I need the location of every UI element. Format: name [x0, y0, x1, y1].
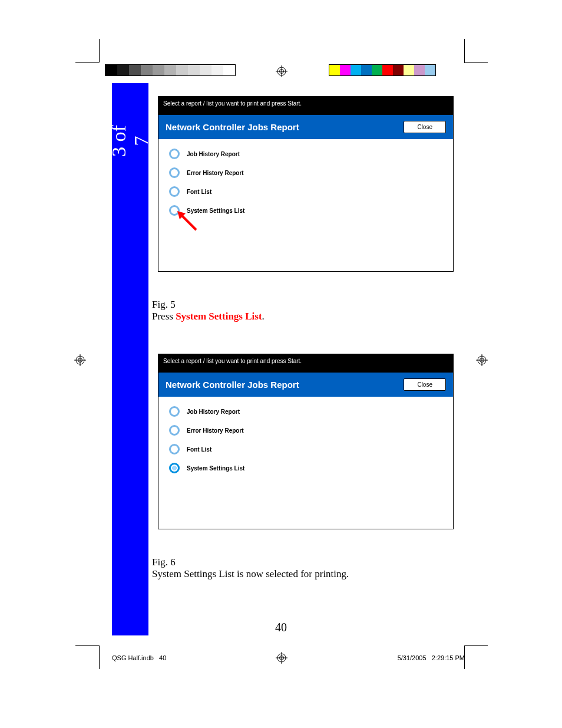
registration-mark-icon	[476, 354, 488, 366]
radio-icon	[169, 167, 180, 178]
callout-arrow-icon	[176, 210, 196, 230]
crop-mark	[464, 39, 465, 62]
color-calibration-strip	[329, 64, 436, 76]
option-label: Error History Report	[187, 170, 244, 176]
grayscale-calibration-strip	[105, 64, 236, 76]
screenshot-instruction: Select a report / list you want to print…	[158, 354, 453, 373]
option-error-history[interactable]: Error History Report	[169, 425, 447, 436]
option-label: Font List	[187, 189, 211, 195]
option-label: Job History Report	[187, 151, 240, 157]
screenshot-header: Network Controller Jobs Report Close	[158, 115, 453, 139]
registration-mark-icon	[74, 354, 86, 366]
option-font-list[interactable]: Font List	[169, 444, 447, 454]
screenshot-body: Job History Report Error History Report …	[158, 139, 453, 271]
footer-right: 5/31/2005 2:29:15 PM	[398, 654, 465, 661]
crop-mark	[99, 39, 100, 62]
screenshot-body: Job History Report Error History Report …	[158, 397, 453, 529]
figure-5-caption: Fig. 5 Press System Settings List.	[152, 299, 458, 322]
crop-mark	[75, 62, 99, 63]
screenshot-header: Network Controller Jobs Report Close	[158, 373, 453, 397]
option-label: System Settings List	[187, 465, 244, 472]
crop-mark	[99, 645, 100, 669]
caption-text: Press System Settings List.	[152, 311, 265, 322]
screenshot-instruction: Select a report / list you want to print…	[158, 97, 453, 115]
screenshot-title: Network Controller Jobs Report	[166, 380, 299, 390]
figure-5-screenshot: Select a report / list you want to print…	[158, 96, 454, 272]
highlight-text: System Settings List	[176, 311, 262, 322]
option-job-history[interactable]: Job History Report	[169, 406, 447, 417]
option-label: Job History Report	[187, 409, 240, 415]
radio-icon	[169, 425, 180, 436]
option-error-history[interactable]: Error History Report	[169, 167, 447, 178]
footer-left: QSG Half.indb 40	[112, 654, 166, 661]
page-number: 40	[0, 621, 562, 634]
sidebar: 3 of 7 System Settings List	[112, 83, 148, 635]
crop-mark	[464, 62, 488, 63]
radio-icon	[169, 149, 180, 159]
crop-mark	[75, 645, 99, 646]
option-system-settings[interactable]: System Settings List	[169, 463, 447, 473]
figure-label: Fig. 5	[152, 299, 458, 311]
radio-icon	[169, 444, 180, 454]
figure-6-screenshot: Select a report / list you want to print…	[158, 354, 454, 529]
option-system-settings[interactable]: System Settings List	[169, 205, 447, 216]
option-job-history[interactable]: Job History Report	[169, 149, 447, 159]
radio-icon	[169, 463, 180, 473]
svg-line-16	[181, 215, 196, 230]
figure-6-caption: Fig. 6 System Settings List is now selec…	[152, 556, 458, 579]
radio-icon	[169, 406, 180, 417]
caption-text: System Settings List is now selected for…	[152, 568, 349, 579]
option-label: Font List	[187, 446, 211, 453]
registration-mark-icon	[276, 65, 287, 77]
figure-label: Fig. 6	[152, 556, 458, 568]
screenshot-title: Network Controller Jobs Report	[166, 122, 299, 132]
radio-icon	[169, 186, 180, 197]
registration-mark-icon	[276, 652, 287, 664]
page-progress-label: 3 of 7	[108, 123, 153, 159]
close-button[interactable]: Close	[404, 121, 446, 133]
crop-mark	[464, 645, 488, 646]
option-label: Error History Report	[187, 427, 244, 434]
close-button[interactable]: Close	[404, 378, 446, 391]
option-font-list[interactable]: Font List	[169, 186, 447, 197]
